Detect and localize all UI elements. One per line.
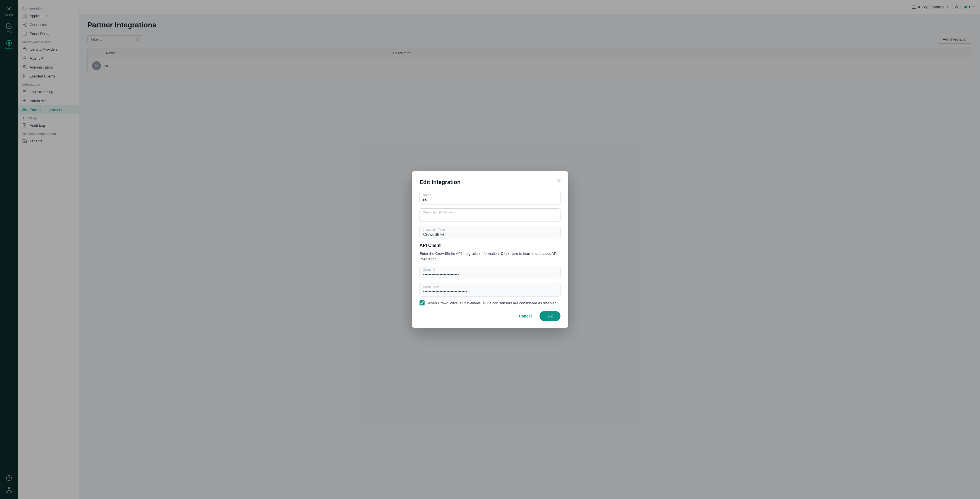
modal-close-button[interactable]: ✕ (555, 177, 563, 184)
integration-type-field: Integration Type (420, 226, 560, 239)
crowdstrike-unavailable-checkbox[interactable] (420, 300, 425, 305)
modal-title: Edit Integration (420, 179, 560, 186)
api-client-desc: Enter the CrowdStrike API integration in… (420, 251, 560, 262)
client-id-field: Client ID (420, 266, 560, 279)
client-secret-label: Client Secret (423, 285, 441, 289)
name-input[interactable] (420, 191, 560, 205)
api-client-section: API Client Enter the CrowdStrike API int… (420, 243, 560, 297)
cancel-button[interactable]: Cancel (514, 311, 536, 321)
description-field: Description (Optional) (420, 208, 560, 222)
client-id-label: Client ID (423, 268, 434, 271)
description-label: Description (Optional) (423, 211, 452, 214)
checkbox-row: When CrowdStrike is unavailable, all Fal… (420, 300, 560, 305)
checkbox-label: When CrowdStrike is unavailable, all Fal… (427, 301, 557, 305)
integration-type-label: Integration Type (423, 228, 445, 231)
modal-actions: Cancel Ok (420, 311, 560, 321)
ok-button[interactable]: Ok (539, 311, 560, 321)
api-client-title: API Client (420, 243, 560, 248)
modal-overlay[interactable]: Edit Integration ✕ Name Description (Opt… (0, 0, 980, 499)
name-field: Name (420, 191, 560, 205)
name-label: Name (423, 193, 431, 197)
api-client-desc-prefix: Enter the CrowdStrike API integration in… (420, 251, 500, 256)
client-secret-field: Client Secret (420, 283, 560, 297)
client-secret-input[interactable] (420, 283, 560, 297)
edit-integration-modal: Edit Integration ✕ Name Description (Opt… (412, 171, 568, 328)
api-client-link[interactable]: Click here (501, 251, 518, 256)
client-id-input[interactable] (420, 266, 560, 279)
